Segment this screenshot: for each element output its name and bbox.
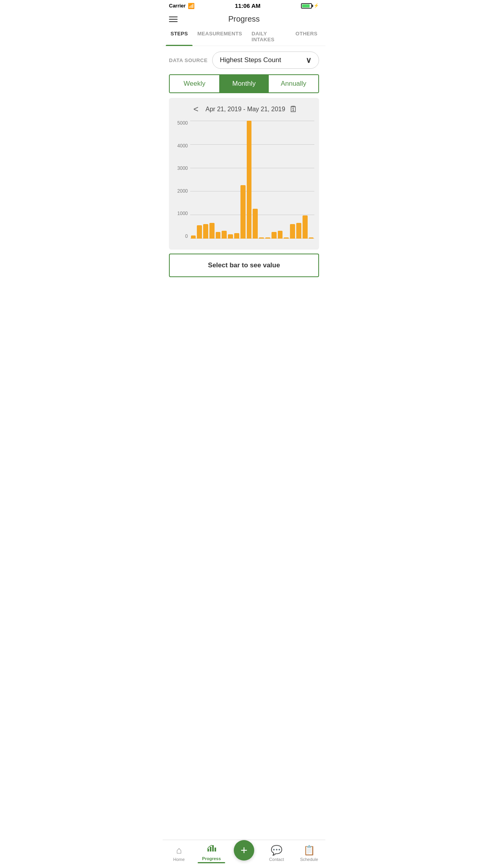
tab-daily-intakes[interactable]: DAILY INTAKES bbox=[247, 27, 291, 46]
bar-chart-area: 5000 4000 3000 2000 1000 0 bbox=[172, 121, 316, 246]
bar[interactable] bbox=[222, 231, 227, 239]
date-range: Apr 21, 2019 - May 21, 2019 bbox=[205, 106, 285, 113]
select-bar-text: Select bar to see value bbox=[208, 261, 280, 269]
data-source-value: Highest Steps Count bbox=[220, 56, 281, 64]
y-label-0: 0 bbox=[174, 234, 190, 239]
bar-col bbox=[196, 121, 203, 239]
calendar-icon[interactable]: 🗓 bbox=[289, 104, 298, 114]
bar-col bbox=[252, 121, 259, 239]
bar[interactable] bbox=[203, 224, 208, 239]
bar[interactable] bbox=[234, 233, 239, 239]
bar[interactable] bbox=[296, 223, 301, 239]
page-title: Progress bbox=[228, 15, 260, 24]
bar[interactable] bbox=[303, 215, 308, 239]
period-annually[interactable]: Annually bbox=[269, 75, 318, 92]
period-toggle: Weekly Monthly Annually bbox=[169, 74, 319, 93]
bar[interactable] bbox=[228, 234, 233, 239]
status-time: 11:06 AM bbox=[235, 2, 261, 9]
bar[interactable] bbox=[265, 237, 270, 239]
bar-col bbox=[271, 121, 277, 239]
y-label-3000: 3000 bbox=[174, 166, 190, 171]
bar-col bbox=[234, 121, 240, 239]
y-label-5000: 5000 bbox=[174, 121, 190, 125]
bar[interactable] bbox=[247, 121, 252, 239]
y-label-2000: 2000 bbox=[174, 189, 190, 193]
bar[interactable] bbox=[253, 209, 258, 239]
battery-icon bbox=[301, 3, 312, 9]
bar-col bbox=[283, 121, 290, 239]
bar-col bbox=[246, 121, 252, 239]
bar-col bbox=[265, 121, 271, 239]
chart-container: < Apr 21, 2019 - May 21, 2019 🗓 5000 400… bbox=[169, 98, 319, 250]
bar-col bbox=[277, 121, 283, 239]
bars-wrapper bbox=[190, 121, 314, 246]
bar[interactable] bbox=[216, 232, 221, 239]
bar[interactable] bbox=[197, 225, 202, 239]
data-source-dropdown[interactable]: Highest Steps Count ∨ bbox=[212, 51, 319, 69]
bar-col bbox=[296, 121, 302, 239]
bar[interactable] bbox=[290, 224, 295, 239]
bar[interactable] bbox=[191, 235, 196, 239]
status-right: ⚡ bbox=[301, 3, 319, 9]
tabs-container: STEPS MEASUREMENTS DAILY INTAKES OTHERS bbox=[163, 27, 325, 46]
status-left: Carrier 📶 bbox=[169, 3, 194, 9]
bar-col bbox=[203, 121, 209, 239]
bar-col bbox=[221, 121, 227, 239]
carrier-label: Carrier bbox=[169, 3, 186, 9]
bar[interactable] bbox=[309, 237, 314, 239]
bar-col bbox=[240, 121, 246, 239]
tab-measurements[interactable]: MEASUREMENTS bbox=[193, 27, 247, 46]
bar-col bbox=[209, 121, 215, 239]
chevron-down-icon: ∨ bbox=[306, 55, 312, 65]
data-source-label: DATA SOURCE bbox=[169, 57, 207, 63]
menu-icon[interactable] bbox=[169, 17, 178, 22]
bolt-icon: ⚡ bbox=[314, 3, 319, 8]
period-monthly[interactable]: Monthly bbox=[219, 75, 269, 92]
y-label-4000: 4000 bbox=[174, 143, 190, 148]
tab-steps[interactable]: STEPS bbox=[166, 27, 193, 46]
chart-inner bbox=[190, 121, 314, 246]
bar[interactable] bbox=[284, 237, 289, 239]
bar-col bbox=[215, 121, 221, 239]
bar[interactable] bbox=[240, 185, 246, 239]
status-bar: Carrier 📶 11:06 AM ⚡ bbox=[163, 0, 325, 11]
bar-col bbox=[308, 121, 314, 239]
bar-col bbox=[227, 121, 234, 239]
bar[interactable] bbox=[259, 237, 264, 239]
data-source-row: DATA SOURCE Highest Steps Count ∨ bbox=[163, 46, 325, 74]
back-arrow[interactable]: < bbox=[190, 104, 202, 114]
bar-col bbox=[302, 121, 308, 239]
bar[interactable] bbox=[278, 231, 283, 239]
wifi-icon: 📶 bbox=[188, 3, 194, 9]
y-axis: 5000 4000 3000 2000 1000 0 bbox=[174, 121, 190, 246]
tabs-row: STEPS MEASUREMENTS DAILY INTAKES OTHERS bbox=[166, 27, 322, 46]
bar-col bbox=[190, 121, 196, 239]
tab-others[interactable]: OTHERS bbox=[291, 27, 322, 46]
bar-col bbox=[259, 121, 265, 239]
y-label-1000: 1000 bbox=[174, 211, 190, 216]
header: Progress bbox=[163, 11, 325, 27]
bar-col bbox=[290, 121, 296, 239]
select-bar-box: Select bar to see value bbox=[169, 254, 319, 277]
period-weekly[interactable]: Weekly bbox=[170, 75, 219, 92]
chart-header: < Apr 21, 2019 - May 21, 2019 🗓 bbox=[172, 104, 316, 114]
bar[interactable] bbox=[209, 223, 215, 239]
bar[interactable] bbox=[272, 232, 277, 239]
